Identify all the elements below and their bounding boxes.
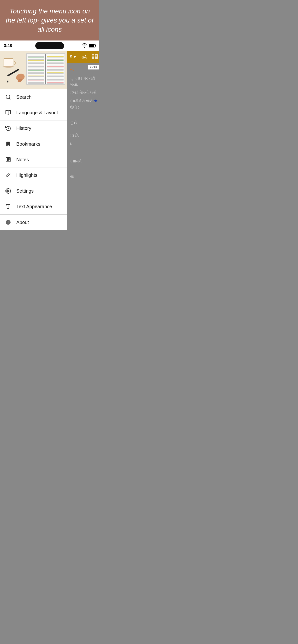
dropdown-arrow-icon: ▼ — [73, 55, 77, 59]
sidebar-item-bookmarks[interactable]: Bookmarks — [0, 136, 67, 152]
sidebar-item-bookmarks-label: Bookmarks — [16, 141, 40, 147]
gsb-badge: GSB — [88, 65, 99, 70]
notes-icon — [5, 156, 12, 163]
sidebar-item-settings-label: Settings — [16, 188, 34, 194]
version-dropdown[interactable]: 5 ▼ — [70, 55, 77, 59]
bible-verse-3: ાાડીને તેઓને ★ ઉપદેશ — [70, 98, 98, 110]
instruction-banner: Touching the menu icon on the left top- … — [0, 0, 99, 40]
sidebar-item-history[interactable]: History — [0, 120, 67, 136]
bible-text-content: ન ુ પહાડ પર ચઢી ગયા, ેષ્યો તેમની પાસે ાા… — [67, 63, 99, 185]
app-content: Search Language & Layout — [0, 51, 99, 230]
sidebar-item-about-label: About — [16, 220, 29, 225]
sidebar-item-text-appearance-label: Text Appearance — [16, 204, 52, 210]
highlights-icon — [5, 172, 12, 178]
sidebar-item-notes[interactable]: Notes — [0, 152, 67, 168]
status-time: 3:48 — [4, 43, 12, 48]
sidebar-item-about[interactable]: About — [0, 215, 67, 230]
bible-verse-6: i. — [70, 141, 98, 147]
coffee-cup-decoration — [3, 54, 16, 66]
book-left-page — [27, 54, 45, 84]
wifi-icon — [82, 42, 87, 49]
sidebar-item-highlights-label: Highlights — [16, 172, 37, 178]
book-right-page — [46, 54, 65, 84]
version-label: 5 — [70, 55, 72, 59]
menu-items-list: Search Language & Layout — [0, 89, 67, 230]
star-mark: ★ — [94, 98, 98, 103]
bible-verse-7: ાાામશે. — [70, 158, 98, 164]
sidebar-item-language-label: Language & Layout — [16, 110, 58, 116]
bible-verse-4: ું છે. — [70, 120, 98, 126]
sidebar-item-search-label: Search — [16, 94, 32, 100]
font-size-button[interactable]: aA — [82, 54, 87, 60]
search-icon — [5, 94, 12, 100]
sidebar-item-text-appearance[interactable]: Text Appearance — [0, 199, 67, 214]
status-icons — [82, 42, 95, 49]
sidebar-drawer: Search Language & Layout — [0, 51, 67, 230]
sidebar-item-settings[interactable]: Settings — [0, 183, 67, 199]
sidebar-item-highlights[interactable]: Highlights — [0, 168, 67, 183]
status-bar: 3:48 — [0, 40, 99, 51]
verse-spacer-4 — [70, 166, 98, 174]
history-icon — [5, 125, 12, 132]
sidebar-item-search[interactable]: Search — [0, 89, 67, 105]
svg-point-11 — [8, 190, 9, 192]
bible-verse-2: ેષ્યો તેમની પાસે — [70, 90, 98, 96]
bible-content-area: GSB ન ુ પહાડ પર ચઢી ગયા, ેષ્યો તેમની પાસ… — [67, 63, 99, 185]
bible-verse-1: ુ પહાડ પર ચઢી ગયા, — [70, 75, 98, 88]
battery-icon — [89, 44, 95, 48]
bible-panel: 5 ▼ aA GSB ન ુ પહાડ — [67, 51, 99, 230]
verse-spacer-2 — [70, 128, 98, 132]
bible-verse-5: ા છે, — [70, 132, 98, 139]
svg-rect-16 — [8, 222, 9, 224]
verse-spacer-3 — [70, 148, 98, 158]
instruction-title: Touching the menu icon on the left top- … — [6, 7, 94, 34]
svg-marker-2 — [6, 80, 9, 83]
settings-icon — [5, 188, 12, 194]
bookmark-icon — [5, 141, 12, 147]
sidebar-header-image — [0, 51, 67, 89]
dynamic-island — [35, 42, 64, 49]
info-icon — [5, 219, 12, 226]
bible-toolbar: 5 ▼ aA — [67, 51, 99, 63]
svg-point-15 — [8, 221, 9, 222]
hand-pen-decoration — [6, 68, 28, 86]
svg-line-6 — [9, 98, 10, 99]
svg-point-0 — [84, 47, 85, 48]
sidebar-item-notes-label: Notes — [16, 157, 29, 162]
text-appearance-icon — [5, 203, 12, 210]
view-mode-button[interactable] — [92, 54, 98, 60]
bible-book-decoration — [26, 54, 65, 84]
sidebar-item-history-label: History — [16, 126, 31, 131]
book-icon — [5, 109, 12, 116]
verse-spacer — [70, 112, 98, 120]
bible-verse-8: થા — [70, 174, 98, 180]
sidebar-item-language-layout[interactable]: Language & Layout — [0, 105, 67, 120]
